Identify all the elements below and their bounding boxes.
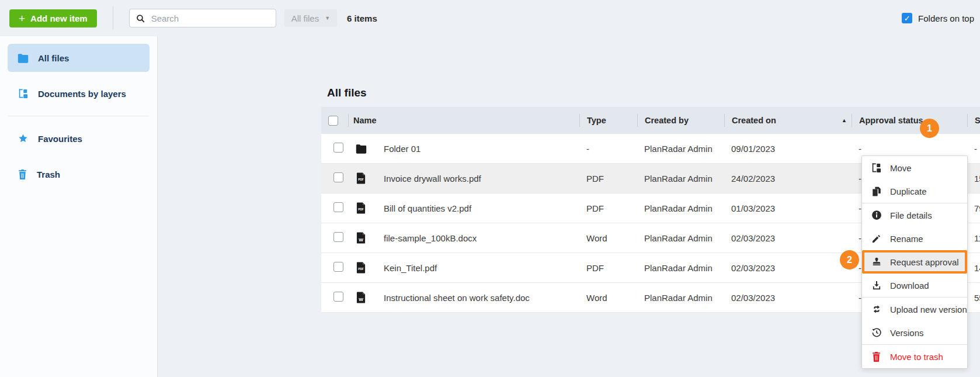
row-checkbox[interactable] <box>333 262 343 272</box>
sidebar-item-trash[interactable]: Trash <box>8 160 150 188</box>
created-by: PlanRadar Admin <box>637 293 724 303</box>
menu-item-label: Versions <box>890 328 924 338</box>
add-new-item-label: Add new item <box>30 13 88 23</box>
file-type: PDF <box>579 263 637 273</box>
created-by: PlanRadar Admin <box>637 233 724 243</box>
created-on: 02/03/2023 <box>724 263 852 273</box>
created-by: PlanRadar Admin <box>637 144 724 154</box>
row-checkbox-cell <box>321 232 348 244</box>
sidebar-item-all-files[interactable]: All files <box>8 44 150 72</box>
column-header-size[interactable]: Size <box>967 114 980 127</box>
menu-item-duplicate[interactable]: Duplicate <box>862 179 967 203</box>
created-on: 01/03/2023 <box>724 203 852 213</box>
copy-icon <box>871 186 882 197</box>
row-checkbox-cell <box>321 172 348 184</box>
stamp-icon <box>871 257 882 267</box>
column-header-type[interactable]: Type <box>579 114 637 127</box>
items-count: 6 items <box>347 13 377 23</box>
search-icon <box>135 13 145 23</box>
row-checkbox-cell <box>321 292 348 303</box>
file-type: Word <box>579 233 637 243</box>
folders-on-top-toggle[interactable]: ✓ Folders on top <box>902 13 974 23</box>
file-name: file-sample_100kB.docx <box>384 233 477 243</box>
checkbox-checked-icon[interactable]: ✓ <box>902 13 912 23</box>
search-box[interactable] <box>129 9 276 27</box>
file-name: Folder 01 <box>384 144 421 154</box>
word-icon: W <box>356 292 366 303</box>
topbar-divider <box>113 6 113 30</box>
created-on: 09/01/2023 <box>724 144 852 154</box>
menu-item-download[interactable]: Download <box>862 274 967 297</box>
menu-item-label: Move <box>890 163 912 173</box>
svg-text:PDF: PDF <box>358 178 364 181</box>
column-header-created-on[interactable]: Created on▲ <box>724 114 852 127</box>
row-checkbox[interactable] <box>333 143 343 153</box>
select-all-checkbox[interactable] <box>321 114 348 127</box>
file-size: 155 KB <box>967 174 980 184</box>
word-icon: W <box>356 232 366 244</box>
svg-text:W: W <box>359 297 363 302</box>
folders-on-top-label: Folders on top <box>918 13 974 23</box>
main-content: All files Name Type Created by Created o… <box>158 36 980 377</box>
page-title: All files <box>327 87 367 99</box>
approval-status: - <box>852 144 967 154</box>
row-checkbox[interactable] <box>333 232 343 242</box>
sync-icon <box>871 304 882 314</box>
name-cell: PDFInvoice drywall works.pdf <box>348 172 579 184</box>
add-new-item-button[interactable]: + Add new item <box>9 9 97 27</box>
table-header: Name Type Created by Created on▲ Approva… <box>321 107 980 134</box>
search-input[interactable] <box>150 13 270 24</box>
svg-text:W: W <box>359 237 363 243</box>
pdf-icon: PDF <box>356 172 366 184</box>
column-header-name[interactable]: Name <box>348 114 579 127</box>
menu-item-request-approval[interactable]: Request approval <box>862 250 967 274</box>
sort-ascending-icon: ▲ <box>842 117 847 123</box>
info-icon <box>871 210 882 220</box>
menu-item-move[interactable]: Move <box>862 156 967 179</box>
menu-item-upload-new-version[interactable]: Upload new version <box>862 298 967 321</box>
row-checkbox[interactable] <box>333 292 343 302</box>
menu-item-label: Upload new version <box>890 305 967 314</box>
column-header-approval-status[interactable]: Approval status <box>852 114 967 127</box>
star-icon <box>18 133 29 144</box>
sidebar-item-documents-by-layers[interactable]: Documents by layers <box>8 79 150 108</box>
menu-item-label: Download <box>890 281 929 290</box>
sidebar-item-label: Trash <box>37 170 60 179</box>
sidebar-item-label: All files <box>38 53 69 63</box>
created-on: 24/02/2023 <box>724 174 852 184</box>
name-cell: PDFKein_Titel.pdf <box>348 262 579 274</box>
file-type: PDF <box>579 174 637 184</box>
created-by: PlanRadar Admin <box>637 174 724 184</box>
row-checkbox[interactable] <box>333 202 343 212</box>
file-name: Invoice drywall works.pdf <box>384 174 481 184</box>
menu-item-versions[interactable]: Versions <box>862 321 967 344</box>
menu-item-label: Request approval <box>890 257 959 267</box>
menu-item-rename[interactable]: Rename <box>862 227 967 250</box>
topbar: + Add new item All files ▼ 6 items ✓ Fol… <box>0 0 980 36</box>
sidebar: All filesDocuments by layersFavouritesTr… <box>0 36 158 377</box>
file-type: PDF <box>579 203 637 213</box>
file-size: - <box>967 144 980 154</box>
menu-item-file-details[interactable]: File details <box>862 203 967 227</box>
file-filter-dropdown[interactable]: All files ▼ <box>284 9 337 27</box>
row-context-menu: MoveDuplicateFile detailsRenameRequest a… <box>861 155 968 369</box>
file-type: Word <box>579 293 637 303</box>
menu-item-label: Move to trash <box>890 352 943 362</box>
name-cell: Wfile-sample_100kB.docx <box>348 232 579 244</box>
pencil-icon <box>871 234 882 244</box>
tree-icon <box>18 88 29 99</box>
row-checkbox-cell <box>321 143 348 154</box>
created-on: 02/03/2023 <box>724 233 852 243</box>
chevron-down-icon: ▼ <box>325 15 330 21</box>
row-checkbox[interactable] <box>333 172 343 182</box>
menu-item-label: File details <box>890 210 932 220</box>
name-cell: Folder 01 <box>348 144 579 154</box>
column-header-created-by[interactable]: Created by <box>637 114 724 127</box>
svg-text:PDF: PDF <box>358 208 364 211</box>
menu-item-move-to-trash[interactable]: Move to trash <box>862 345 967 368</box>
file-name: Kein_Titel.pdf <box>384 263 437 273</box>
trash-icon <box>18 169 27 180</box>
created-on: 02/03/2023 <box>724 293 852 303</box>
sidebar-item-favourites[interactable]: Favourites <box>8 124 150 153</box>
sidebar-divider <box>8 116 149 116</box>
